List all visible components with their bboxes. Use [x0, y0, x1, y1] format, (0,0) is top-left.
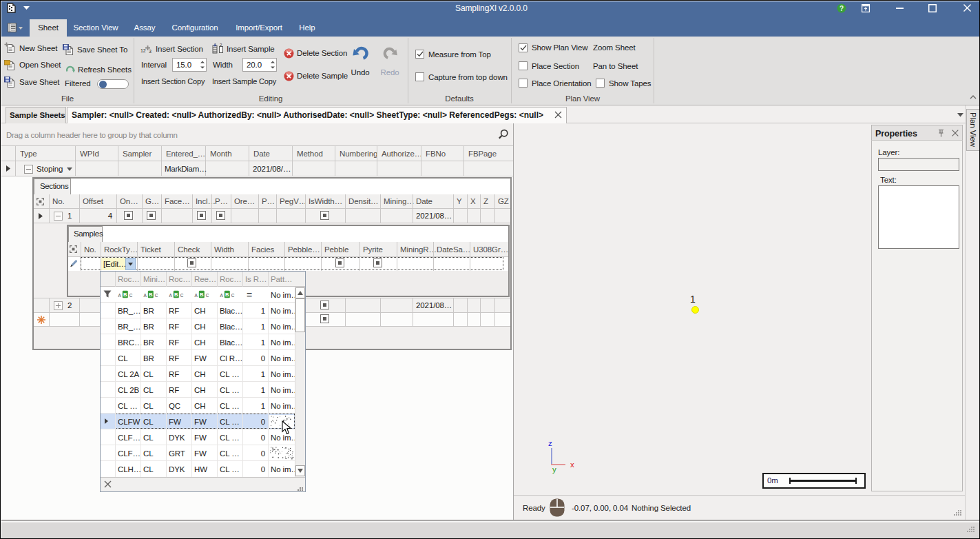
svg-text:A: A — [169, 293, 173, 298]
svg-text:B: B — [149, 292, 153, 298]
svg-text:C: C — [231, 293, 235, 298]
svg-text:C: C — [155, 293, 158, 298]
svg-text:C: C — [129, 293, 133, 298]
svg-text:A: A — [144, 293, 147, 298]
svg-text:C: C — [206, 293, 209, 298]
svg-text:12: 12 — [140, 48, 146, 53]
svg-text:3: 3 — [149, 49, 152, 54]
svg-text:B: B — [174, 292, 178, 298]
svg-text:?: ? — [840, 5, 844, 12]
svg-text:B: B — [200, 292, 204, 298]
svg-text:B: B — [225, 292, 229, 298]
svg-text:B: B — [123, 292, 127, 298]
svg-text:A: A — [220, 293, 224, 298]
svg-text:A: A — [195, 293, 198, 298]
svg-text:C: C — [180, 293, 184, 298]
svg-text:A: A — [118, 293, 122, 298]
